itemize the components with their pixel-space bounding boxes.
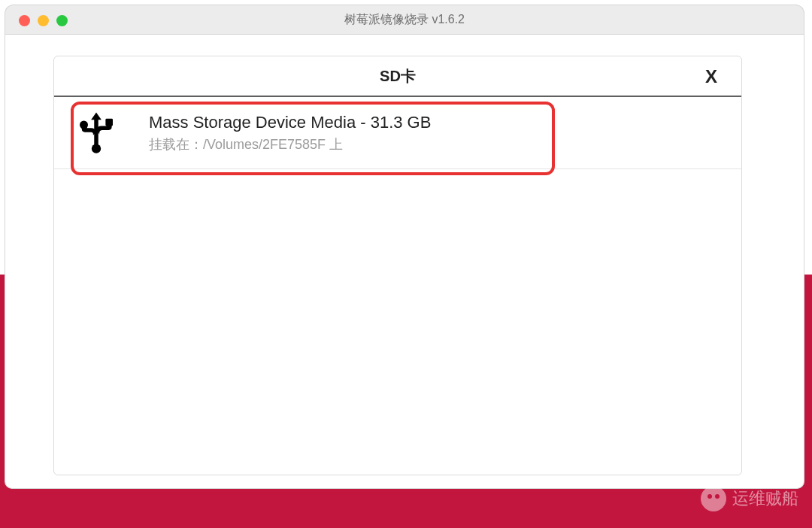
storage-list-item[interactable]: Mass Storage Device Media - 31.3 GB 挂载在：…: [54, 97, 741, 169]
window-title: 树莓派镜像烧录 v1.6.2: [344, 12, 465, 28]
mac-traffic-lights: [19, 5, 68, 35]
svg-rect-4: [105, 118, 113, 126]
storage-item-secondary: 挂载在：/Volumes/2FE7585F 上: [149, 135, 431, 153]
minimize-dot[interactable]: [38, 15, 49, 26]
close-dot[interactable]: [19, 15, 30, 26]
dialog-title: SD卡: [380, 66, 416, 86]
window-titlebar: 树莓派镜像烧录 v1.6.2: [5, 5, 804, 35]
svg-point-2: [92, 144, 101, 153]
storage-item-text: Mass Storage Device Media - 31.3 GB 挂载在：…: [149, 113, 431, 153]
svg-point-3: [80, 120, 88, 129]
close-button[interactable]: X: [699, 56, 723, 97]
storage-item-primary: Mass Storage Device Media - 31.3 GB: [149, 113, 431, 132]
watermark-text: 运维贼船: [732, 487, 798, 510]
svg-marker-1: [91, 112, 102, 120]
window-body: SD卡 X: [5, 35, 804, 489]
zoom-dot[interactable]: [56, 15, 68, 26]
usb-icon: [77, 111, 116, 156]
watermark: 运维贼船: [701, 486, 798, 511]
dialog-header: SD卡 X: [54, 56, 741, 97]
watermark-icon: [701, 486, 726, 511]
storage-list: Mass Storage Device Media - 31.3 GB 挂载在：…: [54, 97, 741, 169]
sd-card-dialog: SD卡 X: [53, 56, 742, 475]
